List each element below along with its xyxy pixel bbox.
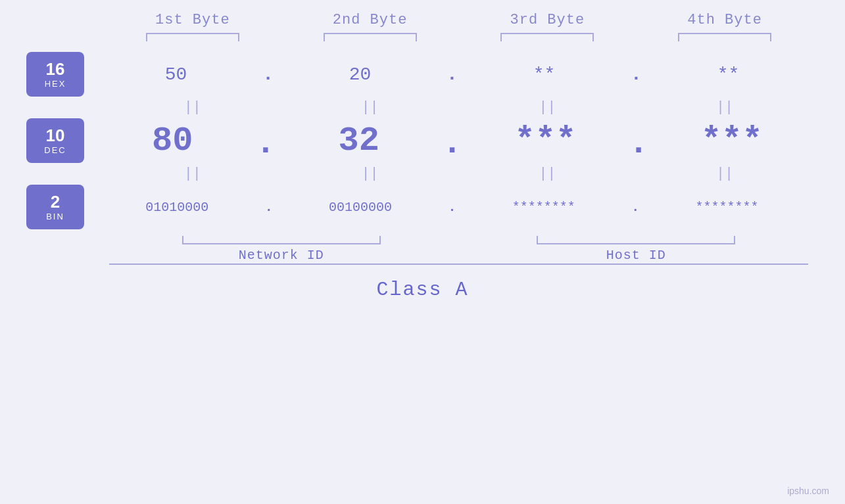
sep-symbol-2-2: || — [361, 166, 378, 182]
class-label: Class A — [376, 279, 468, 301]
host-id-label: Host ID — [606, 248, 666, 263]
header-row: 1st Byte 2nd Byte 3rd Byte 4th Byte — [7, 0, 845, 28]
bracket-svg-3 — [495, 31, 600, 43]
dec-label-base: DEC — [44, 145, 66, 155]
hex-val-1: 50 — [91, 64, 261, 85]
hex-val-4: ** — [643, 64, 813, 85]
host-id-bracket — [531, 235, 741, 245]
bin-val-3: ******** — [458, 200, 631, 215]
host-id-area: Host ID — [459, 235, 814, 263]
dec-val-2: 32 — [278, 122, 441, 160]
bin-label-badge: 2 BIN — [26, 185, 84, 229]
sep-2-1: || — [104, 166, 281, 182]
bin-label-base: BIN — [46, 212, 64, 221]
hex-val-2: 20 — [275, 64, 445, 85]
dec-val-3: *** — [464, 122, 627, 160]
sep-symbol-1-4: || — [716, 99, 733, 116]
byte-label-1: 1st Byte — [104, 12, 281, 28]
sep-symbol-2-4: || — [716, 166, 733, 182]
hex-dot-2: . — [445, 64, 459, 85]
bracket-svg-1 — [140, 31, 245, 43]
bracket-4 — [636, 31, 813, 43]
hex-dot-3: . — [629, 64, 643, 85]
main-container: 1st Byte 2nd Byte 3rd Byte 4th Byte — [0, 0, 845, 504]
byte-label-3: 3rd Byte — [459, 12, 637, 28]
dec-data-row: 10 DEC 80 . 32 . *** . *** — [0, 118, 845, 163]
bin-val-4: ******** — [640, 200, 813, 215]
sep-symbol-2-1: || — [184, 166, 201, 182]
dec-dot-2: . — [441, 124, 464, 163]
hex-label-base: HEX — [45, 79, 66, 89]
sep-symbol-1-3: || — [539, 99, 556, 116]
class-bracket-line — [104, 263, 813, 265]
dec-values: 80 . 32 . *** . *** — [91, 122, 813, 160]
network-id-bracket — [176, 235, 387, 245]
sep-symbol-1-2: || — [361, 99, 378, 116]
sep-1-4: || — [636, 99, 813, 116]
bottom-bracket-row: Network ID Host ID — [7, 235, 845, 263]
bin-values: 01010000 . 00100000 . ******** . *******… — [91, 200, 813, 215]
sep-1-3: || — [459, 99, 637, 116]
sep-1-2: || — [281, 99, 459, 116]
bin-val-2: 00100000 — [274, 200, 447, 215]
network-id-area: Network ID — [104, 235, 459, 263]
sep-symbol-1-1: || — [184, 99, 201, 116]
byte-label-4: 4th Byte — [636, 12, 813, 28]
bracket-svg-4 — [672, 31, 777, 43]
bracket-1 — [104, 31, 281, 43]
bin-dot-1: . — [264, 200, 274, 215]
sep-2-4: || — [636, 166, 813, 182]
bin-data-row: 2 BIN 01010000 . 00100000 . ******** . *… — [0, 185, 845, 229]
dec-label-num: 10 — [46, 126, 65, 145]
hex-dot-1: . — [261, 64, 275, 85]
network-id-label: Network ID — [239, 248, 324, 263]
bin-dot-3: . — [630, 200, 640, 215]
bin-val-1: 01010000 — [91, 200, 264, 215]
sep-row-1: || || || || — [7, 99, 845, 116]
sep-row-2: || || || || — [7, 166, 845, 182]
hex-values: 50 . 20 . ** . ** — [91, 64, 813, 85]
sep-1-1: || — [104, 99, 281, 116]
byte-label-2: 2nd Byte — [281, 12, 459, 28]
dec-dot-3: . — [627, 124, 650, 163]
hex-val-3: ** — [459, 64, 629, 85]
bin-label-num: 2 — [51, 193, 60, 212]
hex-data-row: 16 HEX 50 . 20 . ** . ** — [0, 52, 845, 97]
dec-val-1: 80 — [91, 122, 254, 160]
sep-2-2: || — [281, 166, 459, 182]
watermark: ipshu.com — [787, 486, 829, 496]
sep-symbol-2-3: || — [539, 166, 556, 182]
hex-label-num: 16 — [46, 60, 65, 79]
bracket-svg-2 — [318, 31, 423, 43]
dec-label-badge: 10 DEC — [26, 118, 84, 163]
bracket-3 — [459, 31, 637, 43]
bin-dot-2: . — [447, 200, 457, 215]
top-bracket-row — [7, 31, 845, 43]
dec-dot-1: . — [254, 124, 277, 163]
hex-label-badge: 16 HEX — [26, 52, 84, 97]
bracket-2 — [281, 31, 459, 43]
class-row: Class A — [0, 263, 845, 308]
dec-val-4: *** — [650, 122, 813, 160]
sep-2-3: || — [459, 166, 637, 182]
